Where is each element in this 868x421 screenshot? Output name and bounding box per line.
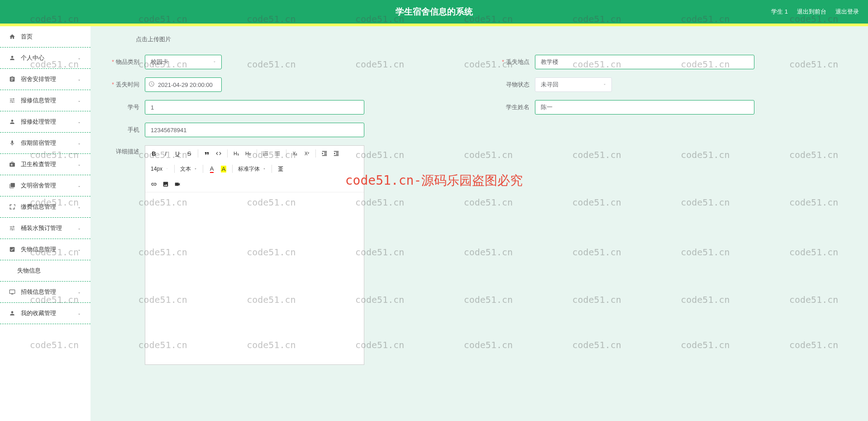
heading2-button[interactable]: H₂: [243, 148, 253, 158]
form-item-phone: 手机: [104, 123, 464, 137]
indent-left-button[interactable]: [331, 148, 341, 158]
subscript-button[interactable]: X₂: [290, 148, 300, 158]
sidebar-item-home[interactable]: 首页: [0, 26, 91, 48]
font-size-select[interactable]: 14px: [149, 166, 171, 172]
chevron-down-icon: [77, 56, 81, 60]
superscript-button[interactable]: X²: [302, 148, 312, 158]
sidebar-item-label: 报修处理管理: [21, 118, 77, 126]
home-icon: [9, 33, 15, 40]
chevron-down-icon: [77, 98, 81, 103]
text-type-select[interactable]: 文本: [178, 165, 199, 173]
current-user[interactable]: 学生 1: [771, 8, 788, 16]
separator: [315, 149, 316, 158]
chevron-down-icon: [77, 162, 81, 167]
sidebar-item-label: 卫生检查管理: [21, 160, 77, 168]
separator: [286, 149, 286, 158]
sidebar-subitem-lost-info[interactable]: 失物信息: [0, 260, 91, 282]
indent-right-button[interactable]: [320, 148, 329, 158]
separator: [227, 149, 228, 158]
status-select[interactable]: 未寻回: [535, 77, 612, 92]
form-item-description: 详细描述 B I U S H₁ H₂ X₂: [104, 145, 854, 365]
lost-time-input[interactable]: [145, 77, 222, 92]
sidebar-item-found-info[interactable]: 招领信息管理: [0, 282, 91, 303]
form-item-student-id: 学号: [104, 100, 464, 115]
mic-icon: [9, 140, 15, 146]
chevron-down-icon: [77, 141, 81, 145]
sidebar-nav: 首页 个人中心 宿舍安排管理 报修信息管理 报修处理管理 假期留宿管理: [0, 26, 91, 421]
separator: [198, 149, 198, 158]
student-name-input[interactable]: [535, 100, 754, 115]
underline-button[interactable]: U: [172, 148, 182, 158]
separator: [257, 149, 257, 158]
student-id-label: 学号: [104, 103, 145, 111]
location-input[interactable]: [535, 55, 754, 69]
exit-to-front-button[interactable]: 退出到前台: [797, 8, 826, 16]
sidebar-item-label: 桶装水预订管理: [21, 224, 77, 232]
expand-icon: [9, 204, 15, 210]
code-block-button[interactable]: [214, 148, 224, 158]
sidebar-item-dorm-arrange[interactable]: 宿舍安排管理: [0, 69, 91, 90]
main-content: 点击上传图片 物品类别 校园卡 丢失地点 丢失时间: [91, 26, 868, 421]
bold-button[interactable]: B: [149, 148, 159, 158]
sidebar-item-water-order[interactable]: 桶装水预订管理: [0, 218, 91, 239]
chevron-down-icon: [77, 183, 81, 188]
student-id-input[interactable]: [145, 100, 364, 115]
tune-icon: [9, 225, 15, 231]
bg-color-button[interactable]: A: [219, 164, 229, 174]
heading1-button[interactable]: H₁: [231, 148, 241, 158]
health-icon: [9, 161, 15, 167]
assignment-icon: [9, 76, 15, 82]
italic-button[interactable]: I: [161, 148, 171, 158]
video-button[interactable]: [172, 179, 182, 189]
description-label: 详细描述: [104, 145, 145, 365]
sidebar-item-label: 假期留宿管理: [21, 139, 77, 147]
location-label: 丢失地点: [494, 58, 535, 66]
tune-icon: [9, 97, 15, 104]
sidebar-item-label: 招领信息管理: [21, 288, 77, 296]
person-check-icon: [9, 119, 15, 125]
form-item-category: 物品类别 校园卡: [104, 55, 464, 69]
image-button[interactable]: [161, 179, 171, 189]
category-label: 物品类别: [104, 58, 145, 66]
quote-button[interactable]: [202, 148, 212, 158]
sidebar-item-label: 文明宿舍管理: [21, 182, 77, 190]
ordered-list-button[interactable]: [261, 148, 271, 158]
sidebar-item-label: 失物信息管理: [21, 245, 77, 254]
editor-textarea[interactable]: [145, 192, 364, 364]
sidebar-item-payment[interactable]: 缴费信息管理: [0, 196, 91, 218]
separator: [174, 165, 175, 173]
category-select[interactable]: 校园卡: [145, 55, 222, 69]
separator: [232, 165, 233, 173]
separator: [203, 165, 203, 173]
person-icon: [9, 55, 15, 61]
sidebar-item-hygiene[interactable]: 卫生检查管理: [0, 154, 91, 175]
font-family-select[interactable]: 标准字体: [236, 165, 268, 173]
sidebar-item-repair-info[interactable]: 报修信息管理: [0, 90, 91, 111]
sidebar-item-holiday-stay[interactable]: 假期留宿管理: [0, 133, 91, 154]
category-value: 校园卡: [151, 58, 168, 66]
link-button[interactable]: [149, 179, 159, 189]
chevron-down-icon: [77, 290, 81, 294]
strikethrough-button[interactable]: S: [184, 148, 194, 158]
form-item-location: 丢失地点: [494, 55, 854, 69]
logout-button[interactable]: 退出登录: [835, 8, 859, 16]
sidebar-item-label: 我的收藏管理: [21, 309, 77, 317]
sidebar-item-lost-found[interactable]: 失物信息管理: [0, 239, 91, 260]
rich-text-editor: B I U S H₁ H₂ X₂ X²: [145, 145, 364, 365]
chevron-down-icon: [77, 226, 81, 230]
status-value: 未寻回: [541, 81, 558, 89]
library-icon: [9, 182, 15, 189]
sidebar-item-personal[interactable]: 个人中心: [0, 48, 91, 69]
form-item-status: 寻物状态 未寻回: [494, 77, 854, 92]
sidebar-item-my-favorites[interactable]: 我的收藏管理: [0, 303, 91, 324]
unordered-list-button[interactable]: [272, 148, 282, 158]
sidebar-item-repair-process[interactable]: 报修处理管理: [0, 111, 91, 133]
align-button[interactable]: [276, 164, 286, 174]
font-color-button[interactable]: A: [207, 164, 217, 174]
clock-icon: [148, 81, 155, 89]
sidebar-item-label: 首页: [21, 33, 81, 41]
phone-input[interactable]: [145, 123, 364, 137]
upload-hint-text[interactable]: 点击上传图片: [136, 35, 854, 43]
app-title: 学生宿舍信息的系统: [396, 6, 473, 18]
sidebar-item-civilized-dorm[interactable]: 文明宿舍管理: [0, 175, 91, 196]
